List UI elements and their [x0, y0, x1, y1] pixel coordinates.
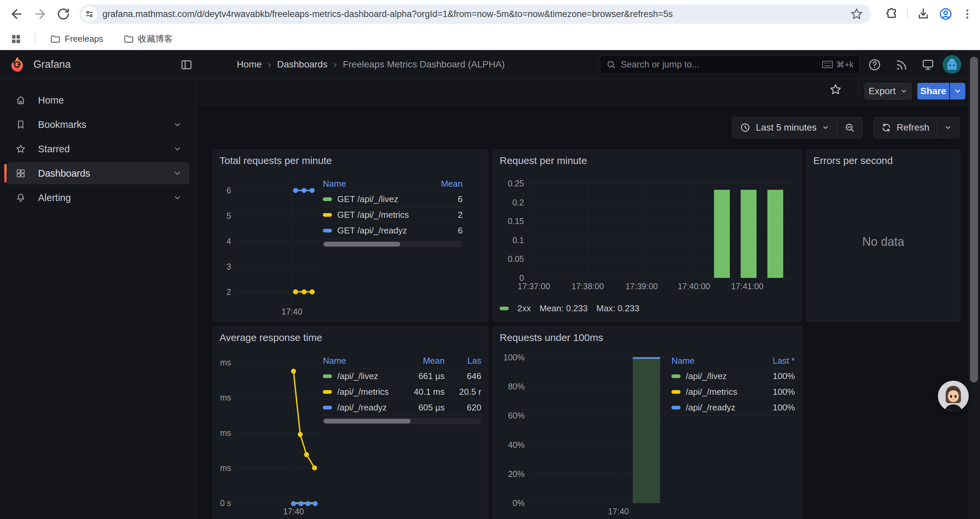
series-swatch	[500, 307, 509, 310]
under-100ms-chart[interactable]: 17:40100%80%60%40%20%0%	[500, 346, 668, 516]
sidebar-item-bookmarks[interactable]: Bookmarks	[7, 113, 189, 136]
news-rss-icon[interactable]	[895, 58, 908, 72]
svg-text:0.25: 0.25	[508, 179, 524, 188]
panel-title[interactable]: Average response time	[220, 331, 481, 344]
address-bar[interactable]: grafana.mathmast.com/d/deytv4rwavabkb/fr…	[80, 4, 870, 24]
apps-grid-icon[interactable]	[10, 33, 22, 45]
user-avatar[interactable]	[943, 55, 961, 74]
panel-title[interactable]: Request per minute	[500, 154, 795, 167]
refresh-button[interactable]: Refresh	[874, 117, 937, 138]
search-input[interactable]: Search or jump to... ⌘+k	[600, 56, 860, 73]
svg-text:4: 4	[226, 236, 231, 246]
sidebar-item-starred[interactable]: Starred	[7, 138, 189, 160]
legend-col-name[interactable]: Name	[323, 179, 423, 189]
assistant-avatar-button[interactable]	[938, 381, 969, 412]
legend-scrollbar[interactable]	[323, 241, 463, 247]
svg-text:0.1: 0.1	[512, 235, 524, 245]
total-requests-chart[interactable]: 17:4065432	[220, 169, 323, 316]
profile-icon[interactable]	[939, 7, 953, 21]
legend-col-last[interactable]: Las	[445, 356, 481, 366]
kiosk-monitor-icon[interactable]	[921, 58, 935, 72]
url-text[interactable]: grafana.mathmast.com/d/deytv4rwavabkb/fr…	[102, 9, 850, 19]
panel-total-requests[interactable]: Total requests per minute 17:4065432 Nam…	[213, 149, 488, 322]
sidebar-item-dashboards[interactable]: Dashboards	[7, 162, 189, 184]
bookmark-folder-label: Freeleaps	[65, 34, 103, 44]
mega-menu-dock-icon[interactable]	[180, 58, 193, 71]
breadcrumb-home[interactable]: Home	[237, 59, 262, 70]
chevron-down-icon[interactable]	[173, 120, 182, 129]
series-swatch	[671, 390, 681, 394]
export-button[interactable]: Export	[865, 83, 912, 99]
legend-row[interactable]: /api/_/livez661 µs646	[323, 368, 481, 384]
series-swatch	[671, 406, 681, 409]
legend-row[interactable]: /api/_/livez100%	[671, 368, 795, 384]
chevron-down-icon[interactable]	[173, 169, 182, 178]
zoom-out-button[interactable]	[837, 117, 862, 138]
legend-col-name[interactable]: Name	[671, 356, 751, 366]
folder-icon	[123, 34, 134, 45]
bookmark-folder-freeleaps[interactable]: Freeleaps	[50, 34, 103, 45]
brand-name: Grafana	[33, 58, 71, 70]
bookmark-folder-blogs[interactable]: 收藏博客	[123, 33, 173, 45]
legend-row[interactable]: GET /api/_/livez6	[323, 191, 463, 207]
toolbar-divider	[907, 8, 908, 20]
legend-scrollbar[interactable]	[323, 418, 481, 424]
legend-inline[interactable]: 2xx Mean: 0.233 Max: 0.233	[500, 303, 795, 314]
legend-table: NameLast * /api/_/livez100% /api/_/metri…	[671, 353, 795, 516]
share-dropdown-button[interactable]	[950, 83, 965, 99]
legend-row[interactable]: GET /api/_/metrics2	[323, 207, 463, 222]
legend-row[interactable]: /api/_/readyz100%	[671, 399, 795, 415]
time-range-picker[interactable]: Last 5 minutes	[732, 117, 837, 138]
avg-response-chart[interactable]: 17:4080 ms60 ms40 ms20 ms0 s	[220, 346, 323, 516]
legend-col-mean[interactable]: Mean	[395, 356, 445, 366]
breadcrumb-dashboards[interactable]: Dashboards	[277, 59, 328, 70]
bookmark-folder-label: 收藏博客	[138, 33, 173, 45]
bookmarks-divider	[35, 34, 35, 45]
breadcrumb-separator: ›	[268, 59, 271, 70]
svg-text:17:40: 17:40	[283, 507, 304, 516]
svg-text:17:37:00: 17:37:00	[518, 281, 550, 291]
chevron-down-icon[interactable]	[173, 145, 182, 153]
svg-text:0 s: 0 s	[220, 498, 231, 508]
legend-row[interactable]: /api/_/metrics40.1 ms20.5 r	[323, 384, 481, 399]
legend-col-last[interactable]: Last *	[751, 356, 795, 366]
request-per-minute-chart[interactable]: 17:37:0017:38:0017:39:0017:40:0017:41:00…	[500, 169, 795, 303]
sidebar-item-home[interactable]: Home	[7, 89, 189, 111]
panel-under-100ms[interactable]: Requests under 100ms 17:40100%80%60%40%2…	[493, 326, 802, 519]
chevron-down-icon	[954, 87, 962, 95]
site-controls-icon[interactable]	[82, 6, 97, 22]
svg-text:40 ms: 40 ms	[220, 428, 231, 438]
help-icon[interactable]	[868, 58, 881, 72]
svg-text:60 ms: 60 ms	[220, 393, 231, 402]
share-button[interactable]: Share	[917, 83, 949, 99]
series-swatch	[323, 390, 332, 394]
reload-icon[interactable]	[56, 7, 71, 21]
panel-title[interactable]: Errors per second	[813, 154, 953, 167]
panel-title[interactable]: Total requests per minute	[220, 154, 481, 167]
legend-row[interactable]: GET /api/_/readyz6	[323, 222, 463, 238]
svg-text:17:40:00: 17:40:00	[678, 281, 710, 291]
sidebar-item-label: Home	[38, 95, 189, 106]
panel-title[interactable]: Requests under 100ms	[500, 331, 795, 344]
sidebar-item-alerting[interactable]: Alerting	[7, 187, 189, 209]
refresh-interval-dropdown[interactable]	[937, 117, 959, 138]
panel-avg-response-time[interactable]: Average response time 17:4080 ms60 ms40 …	[213, 326, 488, 519]
legend-col-name[interactable]: Name	[323, 356, 395, 366]
panel-request-per-minute[interactable]: Request per minute 17:37:0017:38:0017:39…	[493, 149, 802, 322]
page-scrollbar-thumb[interactable]	[970, 57, 978, 382]
legend-row[interactable]: /api/_/metrics100%	[671, 384, 795, 399]
refresh-group: Refresh	[873, 117, 959, 138]
favorite-dashboard-star-icon[interactable]	[829, 83, 842, 96]
legend-col-mean[interactable]: Mean	[423, 179, 463, 189]
grafana-brand[interactable]: Grafana	[10, 56, 71, 73]
chevron-down-icon[interactable]	[173, 193, 182, 202]
bookmark-star-icon[interactable]	[850, 7, 863, 21]
forward-icon[interactable]	[33, 7, 48, 21]
downloads-icon[interactable]	[916, 7, 930, 21]
chevron-down-icon	[944, 124, 951, 131]
legend-row[interactable]: /api/_/readyz605 µs620	[323, 399, 481, 415]
panel-errors-per-second[interactable]: Errors per second No data	[806, 149, 960, 322]
extensions-icon[interactable]	[885, 7, 899, 21]
back-icon[interactable]	[10, 7, 24, 21]
kebab-menu-icon[interactable]	[961, 8, 973, 20]
